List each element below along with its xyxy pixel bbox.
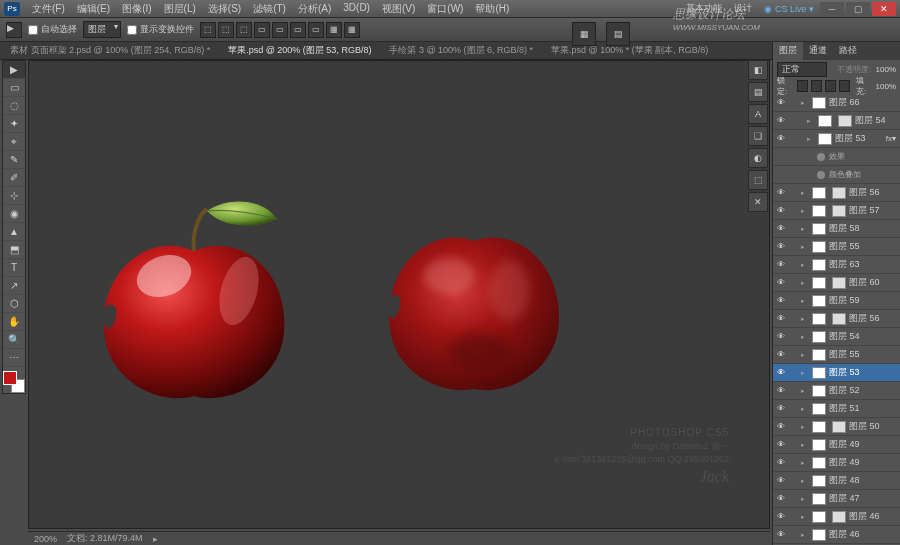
layer-name[interactable]: 图层 55 <box>829 348 860 361</box>
collapsed-panel-icon[interactable]: A <box>748 104 768 124</box>
layer-row[interactable]: 👁▸图层 66 <box>773 94 900 112</box>
expand-arrow-icon[interactable]: ▸ <box>801 99 809 107</box>
layer-thumbnail[interactable] <box>812 331 826 343</box>
layer-visibility-icon[interactable]: 👁 <box>775 205 787 217</box>
layer-mask-thumbnail[interactable] <box>832 313 846 325</box>
show-transform-checkbox[interactable]: 显示变换控件 <box>127 23 194 36</box>
canvas-area[interactable]: PHOTOSHOP CS5 design by Dabaitu1 谢一 e-ma… <box>28 60 770 529</box>
zoom-level[interactable]: 200% <box>34 534 57 544</box>
fill-value[interactable]: 100% <box>876 82 896 91</box>
tool-button[interactable]: T <box>3 259 25 277</box>
tool-button[interactable]: ◉ <box>3 205 25 223</box>
layer-visibility-icon[interactable]: 👁 <box>775 241 787 253</box>
layer-thumbnail[interactable] <box>812 277 826 289</box>
layer-thumbnail[interactable] <box>812 241 826 253</box>
tool-button[interactable]: ✋ <box>3 313 25 331</box>
tool-button[interactable]: ▶ <box>3 61 25 79</box>
layer-name[interactable]: 图层 59 <box>829 294 860 307</box>
collapsed-panel-icon[interactable]: ⬚ <box>748 170 768 190</box>
layer-name[interactable]: 图层 66 <box>829 96 860 109</box>
lock-position-icon[interactable] <box>825 80 836 92</box>
collapsed-panel-icon[interactable]: ❏ <box>748 126 768 146</box>
layer-row[interactable]: 👁▸图层 55 <box>773 346 900 364</box>
layer-visibility-icon[interactable]: 👁 <box>775 403 787 415</box>
expand-arrow-icon[interactable]: ▸ <box>807 117 815 125</box>
layer-thumbnail[interactable] <box>812 313 826 325</box>
collapsed-panel-icon[interactable]: ▤ <box>748 82 768 102</box>
layer-visibility-icon[interactable]: 👁 <box>775 133 787 145</box>
tool-button[interactable]: 🔍 <box>3 331 25 349</box>
layer-name[interactable]: 图层 51 <box>829 402 860 415</box>
layer-row[interactable]: 👁▸图层 56 <box>773 184 900 202</box>
menu-item[interactable]: 窗口(W) <box>421 2 469 16</box>
layer-visibility-icon[interactable]: 👁 <box>775 97 787 109</box>
workspace-basic[interactable]: 基本功能 <box>680 2 728 15</box>
align-icon[interactable]: ⬚ <box>236 22 252 38</box>
layer-row[interactable]: 👁▸图层 55 <box>773 238 900 256</box>
tool-button[interactable]: ⬡ <box>3 295 25 313</box>
expand-arrow-icon[interactable]: ▸ <box>801 459 809 467</box>
menu-item[interactable]: 3D(D) <box>337 2 376 16</box>
expand-arrow-icon[interactable]: ▸ <box>801 495 809 503</box>
layer-visibility-icon[interactable] <box>775 169 787 181</box>
layer-mask-thumbnail[interactable] <box>838 115 852 127</box>
layer-visibility-icon[interactable]: 👁 <box>775 493 787 505</box>
layer-thumbnail[interactable] <box>812 97 826 109</box>
layer-visibility-icon[interactable] <box>775 151 787 163</box>
expand-arrow-icon[interactable]: ▸ <box>801 279 809 287</box>
expand-arrow-icon[interactable]: ▸ <box>801 513 809 521</box>
layer-name[interactable]: 图层 49 <box>829 438 860 451</box>
layer-name[interactable]: 图层 49 <box>829 456 860 469</box>
expand-arrow-icon[interactable]: ▸ <box>801 315 809 323</box>
layer-mask-thumbnail[interactable] <box>832 277 846 289</box>
color-swatch[interactable] <box>3 371 25 393</box>
expand-arrow-icon[interactable]: ▸ <box>801 297 809 305</box>
expand-arrow-icon[interactable]: ▸ <box>801 387 809 395</box>
expand-arrow-icon[interactable]: ▸ <box>801 207 809 215</box>
layer-thumbnail[interactable] <box>812 529 826 541</box>
tool-button[interactable]: ✦ <box>3 115 25 133</box>
expand-arrow-icon[interactable]: ▸ <box>807 135 815 143</box>
layer-list[interactable]: 👁▸图层 66👁▸图层 54👁▸图层 53fx▾效果颜色叠加👁▸图层 56👁▸图… <box>773 94 900 545</box>
align-icon[interactable]: ▭ <box>272 22 288 38</box>
expand-arrow-icon[interactable]: ▸ <box>801 225 809 233</box>
layer-row[interactable]: 👁▸图层 60 <box>773 274 900 292</box>
layer-name[interactable]: 图层 54 <box>855 114 886 127</box>
expand-arrow-icon[interactable]: ▸ <box>801 261 809 269</box>
layer-name[interactable]: 图层 46 <box>829 528 860 541</box>
menu-item[interactable]: 图层(L) <box>158 2 202 16</box>
layer-visibility-icon[interactable]: 👁 <box>775 313 787 325</box>
layer-thumbnail[interactable] <box>812 205 826 217</box>
auto-select-checkbox[interactable]: 自动选择 <box>28 23 77 36</box>
layer-visibility-icon[interactable]: 👁 <box>775 385 787 397</box>
align-icon[interactable]: ⬚ <box>218 22 234 38</box>
menu-item[interactable]: 文件(F) <box>26 2 71 16</box>
layer-thumbnail[interactable] <box>812 187 826 199</box>
layer-visibility-icon[interactable]: 👁 <box>775 259 787 271</box>
lock-transparency-icon[interactable] <box>797 80 808 92</box>
layer-row[interactable]: 👁▸图层 48 <box>773 472 900 490</box>
align-icon[interactable]: ▦ <box>344 22 360 38</box>
layer-thumbnail[interactable] <box>818 133 832 145</box>
panel-tab[interactable]: 通道 <box>803 42 833 60</box>
tool-button[interactable]: ✎ <box>3 151 25 169</box>
window-minimize-button[interactable]: ─ <box>820 2 844 16</box>
layer-row[interactable]: 👁▸图层 52 <box>773 382 900 400</box>
panel-tab[interactable]: 图层 <box>773 42 803 60</box>
layer-thumbnail[interactable] <box>812 421 826 433</box>
layer-mask-thumbnail[interactable] <box>832 421 846 433</box>
panel-tab[interactable]: 路径 <box>833 42 863 60</box>
collapsed-panel-icon[interactable]: ◧ <box>748 60 768 80</box>
opacity-value[interactable]: 100% <box>876 65 896 74</box>
layer-thumbnail[interactable] <box>812 493 826 505</box>
layer-visibility-icon[interactable]: 👁 <box>775 331 787 343</box>
tool-button[interactable]: ▭ <box>3 79 25 97</box>
layer-name[interactable]: 图层 58 <box>829 222 860 235</box>
tool-button[interactable]: ⋯ <box>3 349 25 367</box>
current-tool-icon[interactable]: ▶ <box>6 22 22 38</box>
layer-visibility-icon[interactable]: 👁 <box>775 511 787 523</box>
layer-row[interactable]: 👁▸图层 59 <box>773 292 900 310</box>
document-tab[interactable]: 苹果.psd @ 200% (图层 53, RGB/8) <box>224 44 375 57</box>
layer-visibility-icon[interactable]: 👁 <box>775 277 787 289</box>
align-icon[interactable]: ▦ <box>326 22 342 38</box>
